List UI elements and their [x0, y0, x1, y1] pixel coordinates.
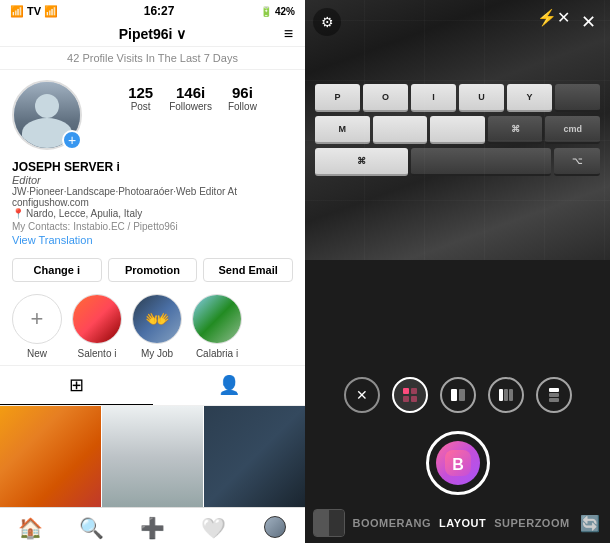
layout-vertical-icon [548, 387, 560, 403]
bio-section: JOSEPH SERVER i Editor JW·Pioneer·Landsc… [0, 160, 305, 252]
nav-avatar [264, 516, 286, 538]
grid-photo-2[interactable] [102, 406, 203, 507]
stat-following[interactable]: 96i Follow [228, 84, 257, 112]
thumb-left [314, 510, 329, 536]
story-new[interactable]: + New [12, 294, 62, 359]
shutter-inner: B [432, 437, 484, 489]
story-myjob[interactable]: 👐 My Job [132, 294, 182, 359]
new-story-icon: + [31, 306, 44, 332]
nav-home[interactable]: 🏠 [0, 516, 61, 540]
bio-description: JW·Pioneer·Landscape·Photoaraóer·Web Edi… [12, 186, 293, 208]
tab-person[interactable]: 👤 [153, 366, 306, 405]
layout-close-button[interactable]: ✕ [344, 377, 380, 413]
story-image-salento [73, 295, 121, 343]
location-text: Nardo, Lecce, Apulia, Italy [26, 208, 142, 219]
posts-label: Post [131, 101, 151, 112]
svg-rect-9 [549, 388, 559, 392]
bio-contacts: My Contacts: Instabio.EC / Pipetto96i [12, 221, 293, 232]
search-icon: 🔍 [79, 516, 104, 540]
svg-rect-10 [549, 393, 559, 397]
close-camera-button[interactable]: ✕ [574, 8, 602, 36]
shutter-button[interactable]: B [426, 431, 490, 495]
view-translation-link[interactable]: View Translation [12, 234, 293, 246]
add-story-button[interactable]: + [62, 130, 82, 150]
grid-photo-3[interactable] [204, 406, 305, 507]
change-button[interactable]: Change i [12, 258, 102, 282]
shutter-area: B [305, 423, 610, 503]
boomerang-logo: B [436, 441, 480, 485]
svg-rect-7 [504, 389, 508, 401]
avatar-container: + [12, 80, 82, 150]
heart-icon: 🤍 [201, 516, 226, 540]
nav-activity[interactable]: 🤍 [183, 516, 244, 540]
following-count: 96i [232, 84, 253, 101]
bio-location: 📍 Nardo, Lecce, Apulia, Italy [12, 208, 293, 219]
story-label-myjob: My Job [141, 348, 173, 359]
story-circle-new[interactable]: + [12, 294, 62, 344]
layout-vertical-button[interactable] [536, 377, 572, 413]
stat-posts[interactable]: 125 Post [128, 84, 153, 112]
story-salento[interactable]: Salento i [72, 294, 122, 359]
story-circle-myjob[interactable]: 👐 [132, 294, 182, 344]
camera-bottom: ✕ [305, 260, 610, 543]
username-text[interactable]: Pipet96i ∨ [119, 26, 187, 42]
svg-rect-2 [403, 396, 409, 402]
tab-row: ⊞ 👤 [0, 366, 305, 406]
mode-superzoom[interactable]: SUPERZOOM [494, 517, 569, 529]
promotion-button[interactable]: Promotion [108, 258, 198, 282]
thumb-right [329, 510, 344, 536]
status-right: 🔋 42% [260, 6, 295, 17]
send-email-button[interactable]: Send Email [203, 258, 293, 282]
add-icon: ➕ [140, 516, 165, 540]
layout-grid-button[interactable] [392, 377, 428, 413]
profile-info: + 125 Post 146i Followers 96i Follow [0, 70, 305, 160]
status-left: 📶 TV 📶 [10, 5, 58, 18]
nav-profile[interactable] [244, 516, 305, 540]
nav-add[interactable]: ➕ [122, 516, 183, 540]
stories-row: + New Salento i 👐 My Job Calabria i [0, 288, 305, 366]
status-time: 16:27 [144, 4, 175, 18]
nav-search[interactable]: 🔍 [61, 516, 122, 540]
svg-rect-8 [509, 389, 513, 401]
story-image-calabria [193, 295, 241, 343]
story-calabria[interactable]: Calabria i [192, 294, 242, 359]
camera-top-icons: ⚙ [313, 8, 341, 36]
layout-third-button[interactable] [488, 377, 524, 413]
svg-rect-0 [403, 388, 409, 394]
layout-half-button[interactable] [440, 377, 476, 413]
mode-boomerang[interactable]: BOOMERANG [353, 517, 431, 529]
story-circle-calabria[interactable] [192, 294, 242, 344]
svg-text:B: B [452, 456, 464, 473]
carrier-text: 📶 TV [10, 5, 41, 18]
photo-grid [0, 406, 305, 507]
wifi-icon: 📶 [44, 5, 58, 18]
job-icon: 👐 [145, 307, 170, 331]
battery-text: 42% [275, 6, 295, 17]
stats-row: 125 Post 146i Followers 96i Follow [92, 80, 293, 112]
grid-tab-icon: ⊞ [69, 374, 84, 396]
stat-followers[interactable]: 146i Followers [169, 84, 212, 112]
story-circle-salento[interactable] [72, 294, 122, 344]
layout-third-icon [498, 388, 514, 402]
camera-viewfinder: P O I U Y M ⌘ cmd ⌘ ⌥ ⚙ [305, 0, 610, 260]
followers-label: Followers [169, 101, 212, 112]
settings-icon[interactable]: ⚙ [313, 8, 341, 36]
tab-grid[interactable]: ⊞ [0, 366, 153, 405]
svg-rect-5 [459, 389, 465, 401]
boomerang-icon: B [443, 448, 473, 478]
flash-icon[interactable]: ⚡✕ [537, 8, 570, 27]
story-label-calabria: Calabria i [196, 348, 238, 359]
grid-photo-1[interactable] [0, 406, 101, 507]
svg-rect-4 [451, 389, 457, 401]
bottom-nav: 🏠 🔍 ➕ 🤍 [0, 507, 305, 543]
username-area[interactable]: Pipet96i ∨ [119, 26, 187, 42]
camera-flip-button[interactable]: 🔄 [578, 509, 602, 537]
mode-layout[interactable]: LAYOUT [439, 517, 486, 529]
location-pin-icon: 📍 [12, 208, 24, 219]
bio-title: Editor [12, 174, 293, 186]
svg-rect-11 [549, 398, 559, 402]
instagram-profile-panel: 📶 TV 📶 16:27 🔋 42% Pipet96i ∨ ≡ 42 Profi… [0, 0, 305, 543]
bio-name: JOSEPH SERVER i [12, 160, 293, 174]
menu-icon[interactable]: ≡ [284, 25, 293, 43]
posts-count: 125 [128, 84, 153, 101]
